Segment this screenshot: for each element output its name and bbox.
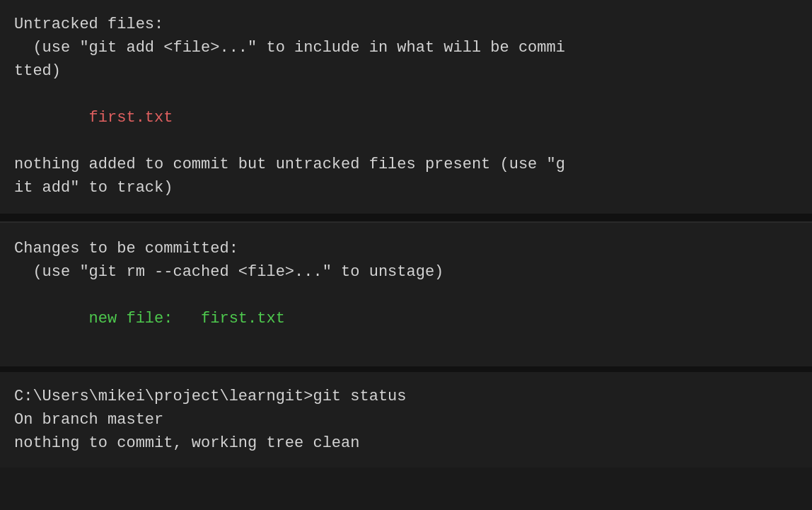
- line-untracked-header: Untracked files:: [14, 13, 798, 36]
- line-staged-blank2: [14, 330, 798, 354]
- line-staged-hint: (use "git rm --cached <file>..." to unst…: [14, 260, 798, 284]
- line-untracked-hint2: tted): [14, 59, 798, 83]
- line-status-branch: On branch master: [14, 408, 798, 431]
- line-untracked-blank: [14, 83, 798, 106]
- section-staged: Changes to be committed: (use "git rm --…: [0, 221, 812, 366]
- line-untracked-hint: (use "git add <file>..." to include in w…: [14, 36, 798, 59]
- line-staged-file: new file: first.txt: [14, 307, 798, 330]
- line-status-cmd: C:\Users\mikei\project\learngit>git stat…: [14, 385, 798, 408]
- line-untracked-nothing1: nothing added to commit but untracked fi…: [14, 153, 798, 176]
- line-status-clean: nothing to commit, working tree clean: [14, 431, 798, 455]
- line-untracked-nothing2: it add" to track): [14, 176, 798, 199]
- line-staged-blank: [14, 284, 798, 307]
- section-status: C:\Users\mikei\project\learngit>git stat…: [0, 372, 812, 468]
- terminal-container: Untracked files: (use "git add <file>...…: [0, 0, 812, 468]
- divider-1: [0, 216, 812, 221]
- line-staged-header: Changes to be committed:: [14, 237, 798, 260]
- line-untracked-blank2: [14, 129, 798, 153]
- divider-2: [0, 366, 812, 372]
- line-untracked-file: first.txt: [14, 106, 798, 129]
- section-untracked: Untracked files: (use "git add <file>...…: [0, 0, 812, 216]
